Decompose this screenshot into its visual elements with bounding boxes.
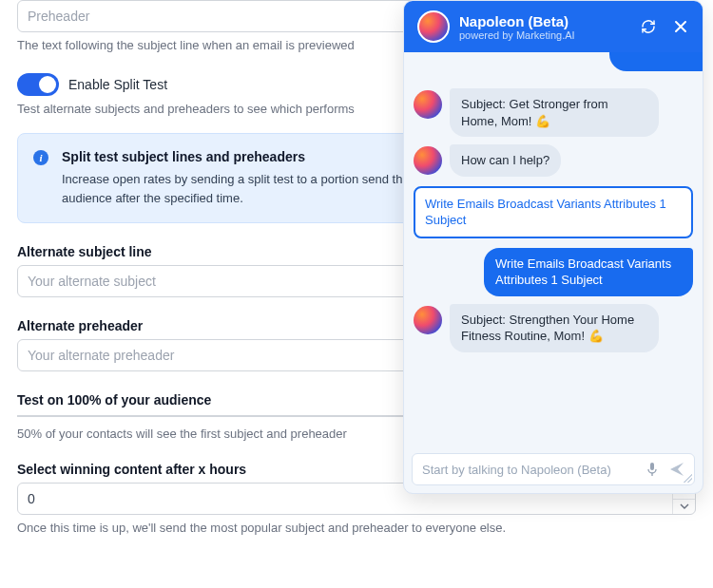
chat-message-user: Write Emails Broadcast Variants Attribut… bbox=[414, 248, 693, 296]
info-icon: i bbox=[33, 150, 48, 165]
chat-message-bot: Subject: Strengthen Your Home Fitness Ro… bbox=[414, 304, 693, 352]
chat-panel: Napoleon (Beta) powered by Marketing.AI … bbox=[403, 0, 703, 494]
resize-grip-icon[interactable] bbox=[683, 473, 692, 483]
chat-command-box[interactable]: Write Emails Broadcast Variants Attribut… bbox=[414, 186, 693, 238]
chat-blue-tag bbox=[609, 52, 703, 71]
winning-help: Once this time is up, we'll send the mos… bbox=[17, 521, 696, 535]
chat-title-wrap: Napoleon (Beta) powered by Marketing.AI bbox=[459, 13, 630, 41]
split-test-toggle[interactable] bbox=[17, 73, 59, 96]
chat-message-bot: Subject: Get Stronger from Home, Mom! 💪 bbox=[414, 88, 693, 137]
refresh-icon[interactable] bbox=[640, 18, 657, 35]
chat-bubble-bot: How can I help? bbox=[450, 144, 561, 177]
chat-input-placeholder: Start by talking to Napoleon (Beta) bbox=[422, 463, 635, 477]
bot-avatar-icon bbox=[414, 90, 442, 119]
chat-header: Napoleon (Beta) powered by Marketing.AI bbox=[404, 1, 703, 52]
chat-subtitle: powered by Marketing.AI bbox=[459, 29, 630, 41]
bot-avatar-icon bbox=[414, 306, 442, 334]
svg-rect-0 bbox=[650, 463, 654, 470]
close-icon[interactable] bbox=[672, 18, 689, 35]
chat-body: Subject: Get Stronger from Home, Mom! 💪 … bbox=[404, 52, 703, 446]
microphone-icon[interactable] bbox=[645, 462, 660, 477]
chat-bubble-bot: Subject: Strengthen Your Home Fitness Ro… bbox=[450, 304, 659, 352]
chat-message-bot: How can I help? bbox=[414, 144, 693, 177]
split-test-toggle-label: Enable Split Test bbox=[68, 77, 167, 92]
chat-title: Napoleon (Beta) bbox=[459, 13, 630, 29]
chat-input[interactable]: Start by talking to Napoleon (Beta) bbox=[412, 453, 695, 485]
toggle-knob bbox=[39, 76, 56, 93]
chat-bubble-user: Write Emails Broadcast Variants Attribut… bbox=[484, 248, 693, 296]
chat-header-avatar bbox=[417, 10, 450, 43]
bot-avatar-icon bbox=[414, 146, 442, 175]
stepper-down[interactable] bbox=[673, 500, 695, 515]
chat-bubble-bot: Subject: Get Stronger from Home, Mom! 💪 bbox=[450, 88, 659, 137]
